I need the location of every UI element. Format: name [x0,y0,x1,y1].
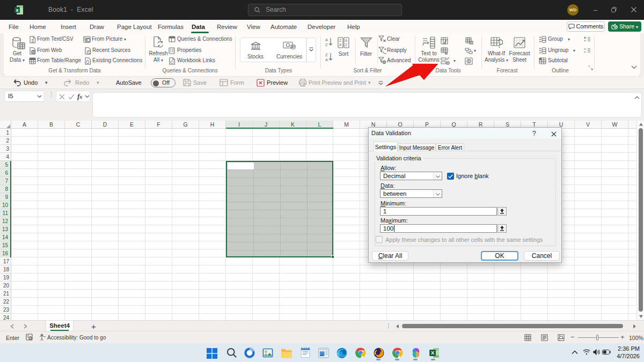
svg-text:X: X [431,350,435,356]
svg-text:x: x [16,8,18,13]
svg-text:Z: Z [325,53,328,57]
svg-text:A: A [325,38,328,42]
svg-text:A: A [339,43,342,47]
svg-text:Z: Z [325,42,328,47]
svg-text:Z: Z [345,43,347,47]
svg-text:Z: Z [339,39,341,42]
svg-text:A: A [325,57,328,62]
svg-text:A: A [345,39,348,42]
